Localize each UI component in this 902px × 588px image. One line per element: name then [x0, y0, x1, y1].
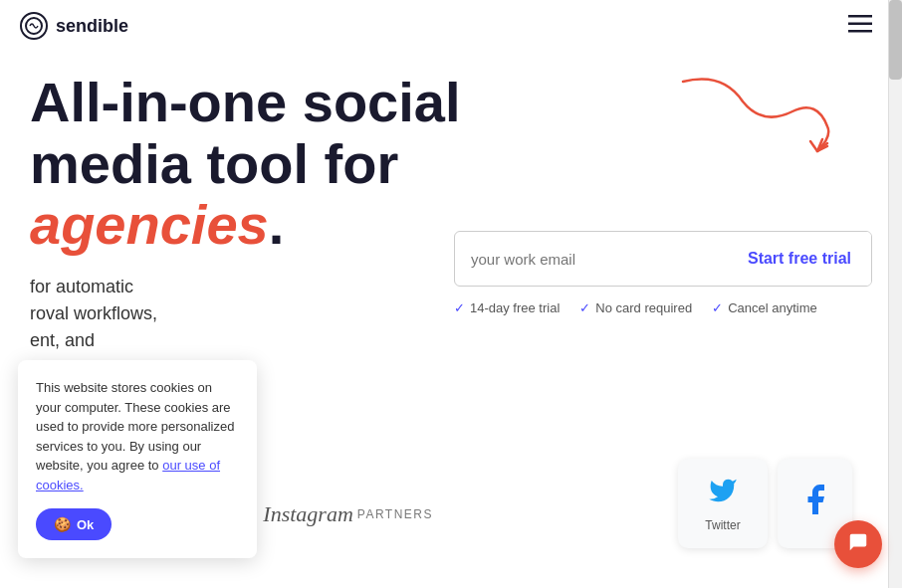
check-icon-1: ✓	[454, 300, 465, 315]
twitter-label: Twitter	[705, 518, 740, 532]
email-form-container: Start free trial ✓ 14-day free trial ✓ N…	[454, 231, 872, 315]
start-trial-button[interactable]: Start free trial	[728, 232, 871, 286]
twitter-card: Twitter	[678, 459, 768, 548]
hero-agencies: agencies	[30, 193, 269, 256]
logo[interactable]: sendible	[20, 12, 128, 40]
main-content: All-in-one social media tool for agencie…	[0, 52, 902, 354]
hero-title: All-in-one social media tool for agencie…	[30, 72, 488, 256]
twitter-icon	[708, 476, 738, 512]
badge-label-2: No card required	[595, 300, 692, 315]
email-input[interactable]	[455, 232, 728, 286]
cookie-ok-button[interactable]: 🍪 Ok	[36, 508, 112, 540]
hero-line2: media tool for	[30, 132, 398, 195]
logo-icon	[20, 12, 48, 40]
social-proof-row: INGRS Instagram PARTNERS	[229, 500, 433, 528]
header: sendible	[0, 0, 902, 52]
cookie-text: This website stores cookies on your comp…	[36, 378, 239, 494]
svg-rect-1	[848, 15, 872, 18]
badge-label-1: 14-day free trial	[470, 300, 560, 315]
badge-free-trial: ✓ 14-day free trial	[454, 300, 560, 315]
scrollbar[interactable]	[888, 0, 902, 588]
cookie-link[interactable]: our use of cookies.	[36, 458, 220, 492]
check-icon-2: ✓	[579, 300, 590, 315]
hero-period: .	[269, 193, 285, 256]
sub-text: for automatic roval workflows, ent, and	[30, 274, 408, 354]
arrow-decoration	[663, 62, 842, 161]
chat-bubble[interactable]	[834, 520, 882, 568]
logo-text: sendible	[56, 16, 128, 37]
email-form: Start free trial	[454, 231, 872, 287]
instagram-partners: Instagram PARTNERS	[263, 501, 433, 527]
badge-no-card: ✓ No card required	[579, 300, 692, 315]
cookie-emoji-icon: 🍪	[54, 516, 71, 532]
badge-label-3: Cancel anytime	[728, 300, 817, 315]
trust-badges: ✓ 14-day free trial ✓ No card required ✓…	[454, 300, 872, 315]
cookie-button-label: Ok	[77, 517, 94, 532]
svg-rect-2	[848, 23, 872, 26]
svg-rect-3	[848, 30, 872, 33]
social-cards: Twitter	[678, 459, 852, 548]
check-icon-3: ✓	[712, 300, 723, 315]
badge-cancel: ✓ Cancel anytime	[712, 300, 817, 315]
hamburger-menu[interactable]	[848, 15, 872, 37]
hero-line1: All-in-one social	[30, 71, 461, 133]
facebook-icon	[797, 482, 833, 526]
chat-icon	[847, 531, 869, 558]
cookie-banner: This website stores cookies on your comp…	[18, 360, 257, 558]
